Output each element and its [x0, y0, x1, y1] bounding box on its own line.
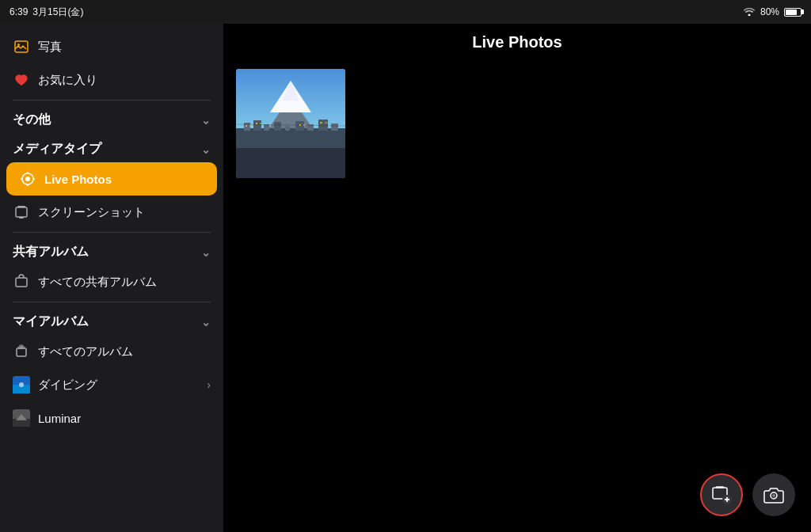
sidebar-item-diving[interactable]: ダイビング › — [0, 368, 223, 401]
svg-rect-38 — [246, 125, 247, 127]
status-left: 6:39 3月15日(金) — [10, 6, 83, 19]
sidebar-label-all-shared: すべての共有アルバム — [38, 275, 157, 290]
section-header-other[interactable]: その他 ⌄ — [0, 104, 223, 133]
wifi-icon — [743, 6, 756, 18]
svg-rect-14 — [20, 345, 23, 347]
sidebar-item-favorites[interactable]: お気に入り — [0, 63, 223, 97]
photo-icon — [13, 38, 30, 55]
svg-rect-39 — [249, 125, 251, 127]
date-display: 3月15日(金) — [32, 6, 83, 19]
main-header: Live Photos — [223, 24, 811, 61]
sidebar-item-luminar[interactable]: Luminar — [0, 401, 223, 435]
diving-thumbnail-icon — [13, 376, 30, 393]
chevron-right-diving-icon: › — [207, 378, 211, 391]
svg-rect-45 — [325, 122, 327, 124]
chevron-shared-icon: ⌄ — [201, 246, 211, 259]
sidebar-label-all-albums: すべてのアルバム — [38, 344, 133, 359]
svg-rect-35 — [331, 124, 338, 131]
divider-2 — [13, 232, 211, 233]
svg-rect-34 — [318, 120, 328, 131]
battery-percentage: 80% — [760, 6, 779, 17]
divider-1 — [13, 100, 211, 101]
add-album-button[interactable] — [700, 473, 743, 516]
chevron-other-icon: ⌄ — [201, 114, 211, 127]
photo-thumbnail-fuji[interactable] — [236, 69, 345, 178]
bottom-toolbar — [700, 473, 795, 516]
photos-grid — [223, 61, 811, 186]
album-icon — [13, 343, 30, 360]
svg-rect-42 — [299, 124, 301, 126]
svg-rect-31 — [285, 126, 290, 131]
chevron-my-albums-icon: ⌄ — [201, 316, 211, 329]
svg-rect-37 — [236, 148, 345, 178]
sidebar-label-diving: ダイビング — [38, 378, 97, 393]
luminar-thumbnail-icon — [13, 409, 30, 427]
svg-rect-8 — [16, 207, 27, 217]
svg-rect-41 — [260, 123, 261, 124]
section-label-other: その他 — [13, 112, 51, 128]
svg-rect-43 — [303, 124, 305, 126]
sidebar-item-all-shared[interactable]: すべての共有アルバム — [0, 265, 223, 298]
section-header-media-type[interactable]: メディアタイプ ⌄ — [0, 133, 223, 162]
svg-rect-28 — [253, 120, 261, 131]
svg-rect-30 — [274, 122, 281, 131]
section-header-shared[interactable]: 共有アルバム ⌄ — [0, 236, 223, 265]
sidebar-label-favorites: お気に入り — [38, 73, 97, 88]
sidebar-label-live-photos: Live Photos — [44, 173, 112, 186]
sidebar-item-live-photos[interactable]: Live Photos — [6, 162, 217, 196]
sidebar-item-screenshots[interactable]: スクリーンショット — [0, 196, 223, 229]
svg-rect-47 — [716, 486, 724, 488]
svg-rect-11 — [16, 278, 27, 287]
sidebar-item-all-albums[interactable]: すべてのアルバム — [0, 335, 223, 368]
main-content: Live Photos — [223, 24, 811, 532]
screenshot-icon — [13, 203, 30, 221]
camera-button[interactable] — [752, 473, 795, 516]
svg-rect-44 — [320, 122, 322, 124]
svg-rect-12 — [17, 348, 26, 356]
sidebar-label-photos: 写真 — [38, 40, 62, 55]
svg-point-52 — [772, 494, 775, 497]
section-label-shared: 共有アルバム — [13, 244, 89, 260]
svg-point-3 — [25, 177, 30, 181]
status-right: 80% — [743, 6, 801, 18]
page-title: Live Photos — [472, 33, 562, 51]
sidebar-label-screenshots: スクリーンショット — [38, 205, 145, 220]
svg-point-17 — [19, 382, 24, 387]
sidebar: 写真 お気に入り その他 ⌄ メディアタイプ ⌄ — [0, 24, 223, 532]
sidebar-item-photos[interactable]: 写真 — [0, 30, 223, 63]
section-header-my-albums[interactable]: マイアルバム ⌄ — [0, 306, 223, 335]
chevron-media-icon: ⌄ — [201, 143, 211, 156]
time-display: 6:39 — [10, 6, 28, 17]
sidebar-label-luminar: Luminar — [38, 412, 81, 425]
svg-rect-9 — [17, 206, 25, 207]
status-bar: 6:39 3月15日(金) 80% — [0, 0, 811, 24]
divider-3 — [13, 302, 211, 302]
heart-icon — [13, 71, 30, 89]
svg-rect-40 — [256, 123, 257, 124]
svg-rect-29 — [264, 124, 269, 131]
shared-album-icon — [13, 273, 30, 291]
battery-icon — [784, 8, 801, 17]
svg-rect-10 — [19, 217, 24, 218]
section-label-my-albums: マイアルバム — [13, 314, 89, 330]
section-label-media-type: メディアタイプ — [13, 141, 101, 158]
live-photos-icon — [19, 170, 36, 188]
